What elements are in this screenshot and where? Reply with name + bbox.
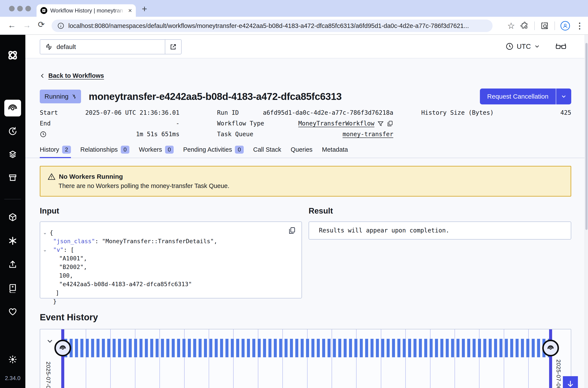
timeline-event-band[interactable] <box>64 339 549 357</box>
clock-icon <box>506 42 514 50</box>
workflow-started-marker[interactable] <box>54 340 71 356</box>
temporal-logo-icon[interactable] <box>6 49 19 61</box>
tab-call-stack[interactable]: Call Stack <box>253 146 281 158</box>
docs-book-icon <box>8 283 17 293</box>
workflow-title: moneytransfer-e4242aa5-b08d-4183-a472-df… <box>89 91 480 102</box>
sidebar-item-import[interactable] <box>4 256 21 273</box>
sidebar-item-namespaces[interactable] <box>4 232 21 249</box>
pulse-icon <box>71 94 76 99</box>
sidebar-item-workflows[interactable] <box>4 100 21 117</box>
namespaces-asterisk-icon <box>8 236 17 245</box>
sidebar-item-feedback[interactable] <box>4 303 21 320</box>
timeline-collapse-chevron-icon[interactable] <box>46 337 54 345</box>
page-scrollbar-thumb[interactable] <box>586 43 588 230</box>
workflow-tabs: History2 Relationships0 Workers0 Pending… <box>25 146 588 158</box>
theme-sun-icon[interactable] <box>8 355 17 364</box>
timeline-gridline <box>135 329 135 388</box>
star-icon[interactable]: ☆ <box>507 21 515 31</box>
arrow-down-icon <box>566 379 575 388</box>
screen: Workflow History | moneytran × + ← → ⟳ l… <box>0 0 588 388</box>
timeline-axis-start <box>61 329 64 388</box>
scroll-to-bottom-button[interactable] <box>563 376 578 388</box>
request-cancellation-label: Request Cancellation <box>480 89 556 104</box>
window-minimize-button[interactable] <box>17 6 23 11</box>
namespace-switcher-icon <box>45 43 53 51</box>
start-value: 2025-07-06 UTC 21:36:36.01 <box>85 109 179 116</box>
timeline-gridline <box>184 329 185 388</box>
sidebar-item-nexus[interactable] <box>4 209 21 226</box>
window-zoom-button[interactable] <box>25 6 31 11</box>
warning-triangle-icon <box>48 173 55 180</box>
page-scrollbar[interactable] <box>585 35 588 388</box>
history-size-label: History Size (Bytes) <box>421 109 494 116</box>
tab-metadata[interactable]: Metadata <box>322 146 348 158</box>
timeline-axis-end <box>549 329 552 388</box>
namespace-external-link-button[interactable] <box>165 40 181 54</box>
reload-icon[interactable]: ⟳ <box>38 20 45 29</box>
event-history-timeline[interactable]: 2025-07-06 UTC 2 2025-07-06 UTC 2 5s11s1… <box>40 329 571 388</box>
namespace-value: default <box>56 43 76 50</box>
timeline-gridline <box>430 329 430 388</box>
workflows-spiral-icon <box>8 103 18 113</box>
tab-queries[interactable]: Queries <box>291 146 313 158</box>
browser-tab[interactable]: Workflow History | moneytran × <box>37 4 136 17</box>
workflow-details: Start2025-07-06 UTC 21:36:36.01 End- 1m … <box>40 109 571 138</box>
namespace-selector[interactable]: default <box>40 39 182 54</box>
collapse-chevron-icon[interactable]: ⌄ <box>40 228 50 237</box>
timeline-gridline <box>332 329 332 388</box>
forward-arrow-icon[interactable]: → <box>23 21 31 30</box>
info-icon[interactable] <box>57 22 65 29</box>
timeline-gridline <box>86 329 86 388</box>
glasses-icon[interactable] <box>555 42 566 51</box>
tab-relationships[interactable]: Relationships0 <box>80 146 130 158</box>
extensions-puzzle-icon[interactable] <box>520 22 529 30</box>
window-close-button[interactable] <box>9 6 15 11</box>
browser-toolbar: ← → ⟳ localhost:8080/namespaces/default/… <box>0 17 588 35</box>
status-badge[interactable]: Running <box>40 90 81 103</box>
toolbar-separator <box>555 22 555 30</box>
tab-workers-count: 0 <box>165 146 174 154</box>
tab-search-icon[interactable] <box>540 22 549 30</box>
back-arrow-icon[interactable]: ← <box>8 21 16 30</box>
request-cancellation-button[interactable]: Request Cancellation <box>480 89 571 104</box>
back-to-workflows-link[interactable]: Back to Workflows <box>40 72 104 79</box>
profile-icon[interactable] <box>561 21 570 30</box>
timeline-gridline <box>110 329 111 388</box>
kebab-menu-icon[interactable]: ⋮ <box>576 21 584 30</box>
duration-clock-icon <box>40 131 47 138</box>
sidebar-item-deployments[interactable] <box>4 146 21 163</box>
address-bar[interactable]: localhost:8080/namespaces/default/workfl… <box>51 20 492 32</box>
timeline-gridline <box>233 329 234 388</box>
archive-box-icon <box>8 173 17 182</box>
tab-history-count: 2 <box>62 146 71 154</box>
browser-tabstrip: Workflow History | moneytran × + <box>0 0 588 17</box>
latest-event-marker[interactable] <box>542 340 559 356</box>
tab-workers[interactable]: Workers0 <box>139 146 174 158</box>
collapse-chevron-icon[interactable]: ⌄ <box>40 245 50 254</box>
copy-icon[interactable] <box>288 227 296 234</box>
schedules-clock-icon <box>8 126 17 136</box>
toolbar-separator <box>534 22 535 30</box>
feedback-heart-icon <box>8 307 17 316</box>
tab-pending-activities[interactable]: Pending Activities0 <box>183 146 244 158</box>
external-link-icon <box>170 43 177 50</box>
timeline-gridline <box>307 329 308 388</box>
sidebar-item-archive[interactable] <box>4 169 21 186</box>
workflow-type-link[interactable]: MoneyTransferWorkflow <box>298 120 374 127</box>
copy-icon[interactable] <box>387 120 393 127</box>
nexus-cube-icon <box>8 213 17 222</box>
sidebar-item-docs[interactable] <box>4 280 21 296</box>
sidebar-item-schedules[interactable] <box>4 123 21 140</box>
tab-close-icon[interactable]: × <box>128 7 132 14</box>
timeline-gridline <box>159 329 160 388</box>
timezone-selector[interactable]: UTC <box>506 42 540 50</box>
timeline-gridline <box>282 329 283 388</box>
filter-icon[interactable] <box>377 120 384 127</box>
browser-toolbar-right: ☆ ⋮ <box>507 20 584 32</box>
sidebar: 2.34.0 <box>0 35 25 388</box>
tab-history[interactable]: History2 <box>40 146 71 158</box>
cancellation-menu-caret[interactable] <box>556 89 571 104</box>
temporal-favicon-icon <box>40 7 47 14</box>
task-queue-link[interactable]: money-transfer <box>343 131 393 138</box>
new-tab-button[interactable]: + <box>142 4 147 14</box>
